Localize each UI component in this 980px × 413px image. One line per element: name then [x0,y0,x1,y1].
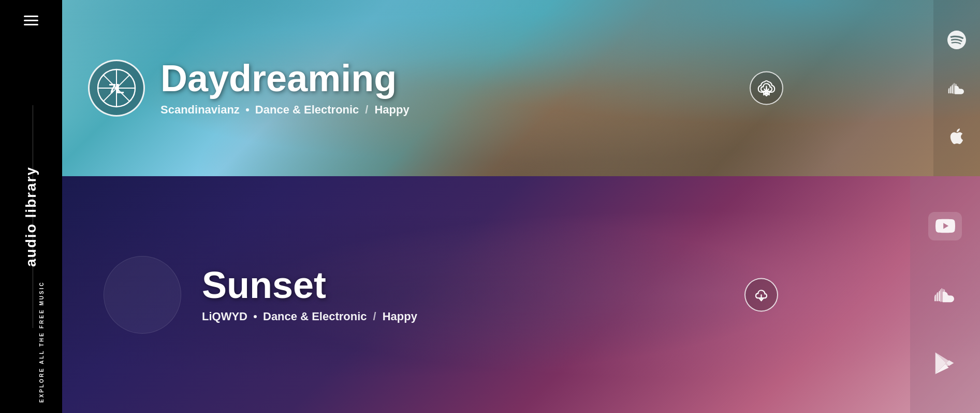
download-icon-sunset [752,286,770,304]
meta-dot-sunset [254,315,257,318]
spotify-svg [947,31,966,49]
apple-music-icon[interactable] [944,123,970,149]
youtube-icon[interactable] [927,208,963,244]
track-text-sunset: Sunset LiQWYD Dance & Electronic / Happy [202,266,417,323]
sidebar-subtitle: EXPLORE ALL THE FREE MUSIC [39,31,45,403]
mood-daydreaming: Happy [374,103,409,117]
svg-text:7L: 7L [109,81,124,96]
track-meta-daydreaming: Scandinavianz Dance & Electronic / Happy [160,103,409,117]
soundcloud-icon-bottom[interactable] [927,276,963,312]
youtube-box [928,212,962,240]
track-title-daydreaming: Daydreaming [160,60,409,97]
meta-separator-sunset: / [373,310,376,323]
meta-dot [246,108,249,111]
track-meta-sunset: LiQWYD Dance & Electronic / Happy [202,310,417,323]
menu-button[interactable] [19,10,43,31]
spotify-icon[interactable] [944,27,970,53]
social-icons-daydreaming [933,0,980,176]
scandinavianz-logo-svg: 7L [96,67,137,109]
download-button-daydreaming[interactable] [750,72,783,105]
soundcloud-svg-top [947,79,966,97]
track-info-daydreaming: 7L Daydreaming Scandinavianz Dance & Ele… [88,60,409,117]
soundcloud-svg-bottom [933,283,957,306]
track-sunset: Sunset LiQWYD Dance & Electronic / Happy [62,176,980,413]
sunset-overlay [62,176,980,413]
artist-name-daydreaming: Scandinavianz [160,103,240,117]
youtube-svg [935,216,955,236]
track-daydreaming: 7L Daydreaming Scandinavianz Dance & Ele… [62,0,980,176]
mood-sunset: Happy [383,310,417,323]
artist-name-sunset: LiQWYD [202,310,247,323]
apple-svg [947,127,966,146]
sidebar-title: audio library [23,166,39,267]
download-icon-daydreaming [757,79,776,97]
track-text-daydreaming: Daydreaming Scandinavianz Dance & Electr… [160,60,409,117]
genre-daydreaming: Dance & Electronic [255,103,359,117]
genre-sunset: Dance & Electronic [263,310,367,323]
google-play-svg [933,351,957,375]
soundcloud-icon-top[interactable] [944,75,970,101]
track-info-sunset: Sunset LiQWYD Dance & Electronic / Happy [202,266,417,323]
artist-logo-daydreaming: 7L [88,60,145,117]
google-play-icon[interactable] [927,345,963,381]
social-icons-sunset [910,176,980,413]
sunset-circle-decoration [104,256,181,334]
main-content: 7L Daydreaming Scandinavianz Dance & Ele… [62,0,980,413]
sidebar-branding: audio library EXPLORE ALL THE FREE MUSIC [23,31,39,403]
track-title-sunset: Sunset [202,266,417,304]
sidebar: audio library EXPLORE ALL THE FREE MUSIC [0,0,62,413]
meta-separator: / [365,103,368,117]
download-button-sunset[interactable] [744,278,778,311]
